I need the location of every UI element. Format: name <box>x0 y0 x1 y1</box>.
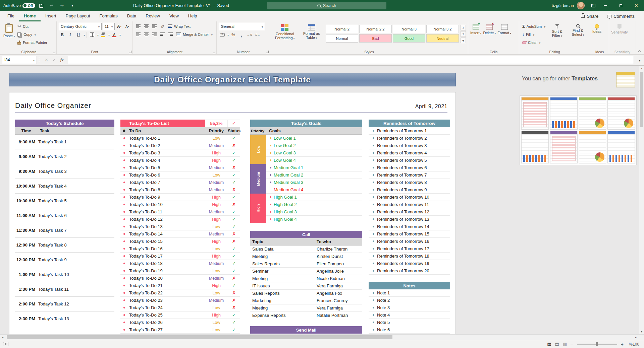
cell-style-option[interactable]: Neutral <box>426 34 459 43</box>
middle-align-button[interactable] <box>143 23 150 30</box>
save-button[interactable] <box>37 0 46 11</box>
user-name[interactable]: özgür bircan <box>552 3 574 8</box>
styles-more-button[interactable] <box>461 38 466 43</box>
restore-button[interactable] <box>613 0 629 11</box>
schedule-row[interactable]: 8:30 AM Today's Task 1 <box>15 135 114 149</box>
fill-color-button[interactable] <box>100 31 107 38</box>
cell-style-option[interactable]: Good <box>393 34 425 43</box>
conditional-formatting-button[interactable]: Conditional Formatting <box>272 23 298 49</box>
bottom-align-button[interactable] <box>151 23 158 30</box>
increase-font-size-button[interactable] <box>116 23 123 30</box>
todo-row[interactable]: Today's To-Do 24 Low ✗ <box>120 304 240 311</box>
reminder-row[interactable]: Reminders of Tomorrow 18 <box>369 253 450 260</box>
avatar[interactable] <box>577 2 585 9</box>
horizontal-scrollbar-thumb[interactable] <box>7 335 392 339</box>
template-thumbnail[interactable] <box>607 97 635 130</box>
cell-style-option[interactable]: Normal 2 <box>326 25 358 33</box>
call-row[interactable]: Seminar Angelina Jolie <box>250 268 362 275</box>
wrap-text-button[interactable]: Wrap Text <box>167 23 192 30</box>
schedule-row[interactable]: 10:30 AM Today's Task 5 <box>15 194 114 208</box>
zoom-slider-thumb[interactable] <box>596 342 598 346</box>
page-layout-view-button[interactable] <box>555 342 559 347</box>
comma-style-button[interactable] <box>238 31 245 38</box>
todo-row[interactable]: Today's To-Do 12 High ✓ <box>120 216 240 223</box>
reminder-row[interactable]: Reminders of Tomorrow 2 <box>369 135 450 142</box>
note-row[interactable]: Note 6 <box>369 326 450 334</box>
schedule-row[interactable]: 11:00 AM Today's Task 6 <box>15 208 114 223</box>
template-thumbnail[interactable] <box>579 97 606 130</box>
template-thumbnail[interactable] <box>521 131 549 163</box>
share-button[interactable]: Share <box>577 11 602 21</box>
bold-button[interactable] <box>59 31 66 38</box>
schedule-row[interactable]: 9:30 AM Today's Task 3 <box>15 164 114 179</box>
fill-button[interactable]: Fill <box>521 31 546 38</box>
goal-row[interactable]: High Goal 3 <box>266 208 362 216</box>
goal-row[interactable]: Medium Goal 1 <box>266 164 362 171</box>
todo-row[interactable]: Today's To-Do 25 High ✓ <box>120 311 240 319</box>
align-left-button[interactable] <box>135 31 142 38</box>
ideas-button[interactable]: Ideas <box>592 23 601 49</box>
cell-style-option[interactable]: Normal 2 2 <box>359 25 392 33</box>
font-family-select[interactable]: Century Gothic <box>59 23 102 30</box>
merge-and-center-button[interactable]: Merge & Center <box>175 31 214 38</box>
note-row[interactable]: Note 3 <box>369 304 450 311</box>
ribbon-tab[interactable]: Data <box>122 11 141 21</box>
todo-row[interactable]: Today's To-Do 6 Low ✓ <box>120 171 240 179</box>
note-row[interactable]: Note 2 <box>369 297 450 304</box>
todo-row[interactable]: Today's To-Do 3 High ✓ <box>120 149 240 157</box>
call-row[interactable]: IT Issues Vera Farmiga <box>250 282 362 290</box>
reminder-row[interactable]: Reminders of Tomorrow 15 <box>369 230 450 238</box>
goal-row[interactable]: High Goal 1 <box>266 194 362 201</box>
name-box[interactable]: I84 <box>2 56 37 64</box>
reminder-row[interactable]: Reminders of Tomorrow 16 <box>369 238 450 245</box>
dropdown-arrow-icon[interactable] <box>119 32 121 37</box>
format-cells-button[interactable]: Format <box>497 23 511 49</box>
schedule-row[interactable]: 12:30 PM Today's Task 9 <box>15 253 114 267</box>
todo-row[interactable]: Today's To-Do 13 Low ✓ <box>120 223 240 230</box>
percent-style-button[interactable] <box>230 31 237 38</box>
worksheet-area[interactable]: Daily Office Organizer Excel Template Yo… <box>0 66 639 334</box>
search-box[interactable]: Search <box>267 2 386 9</box>
reminder-row[interactable]: Reminders of Tomorrow 6 <box>369 164 450 171</box>
minimize-button[interactable] <box>598 0 613 11</box>
dropdown-arrow-icon[interactable] <box>97 32 99 37</box>
autosave-switch[interactable]: Off <box>22 3 35 8</box>
font-size-select[interactable]: 11 <box>103 23 115 30</box>
number-format-select[interactable]: General <box>219 23 265 30</box>
ribbon-tab[interactable]: File <box>3 11 19 21</box>
todo-row[interactable]: Today's To-Do 5 Medium ✗ <box>120 164 240 171</box>
call-row[interactable]: Meeting Vera Farmiga <box>250 304 362 312</box>
schedule-row[interactable]: 11:30 AM Today's Task 7 <box>15 223 114 238</box>
cell-style-option[interactable]: Normal 3 2 <box>426 25 459 33</box>
goal-row[interactable]: Medium Goal 4 <box>266 186 362 194</box>
decrease-indent-button[interactable] <box>159 31 166 38</box>
format-painter-button[interactable]: Format Painter <box>16 39 48 46</box>
scroll-down-arrow-icon[interactable] <box>639 329 644 334</box>
template-thumbnail[interactable] <box>607 131 635 163</box>
copy-button[interactable]: Copy <box>16 31 48 38</box>
todo-row[interactable]: Today's To-Do 27 Low ✓ <box>120 326 240 334</box>
call-row[interactable]: Marketing Frances Conroy <box>250 297 362 304</box>
schedule-row[interactable]: 10:00 AM Today's Task 4 <box>15 179 114 194</box>
styles-scroll-up-button[interactable]: ▴ <box>461 25 466 30</box>
normal-view-button[interactable] <box>547 342 551 347</box>
reminder-row[interactable]: Reminders of Tomorrow 3 <box>369 142 450 149</box>
todo-row[interactable]: Today's To-Do 10 High ✗ <box>120 201 240 208</box>
todo-row[interactable]: Today's To-Do 1 Low ✓ <box>120 135 240 142</box>
todo-row[interactable]: Today's To-Do 16 Low ✓ <box>120 245 240 253</box>
reminder-row[interactable]: Reminders of Tomorrow 1 <box>369 127 450 135</box>
scroll-right-arrow-icon[interactable] <box>633 335 639 340</box>
insert-cells-button[interactable]: Insert <box>470 23 482 49</box>
autosum-button[interactable]: AutoSum <box>521 23 546 30</box>
reminder-row[interactable]: Reminders of Tomorrow 20 <box>369 267 450 275</box>
note-row[interactable]: Note 4 <box>369 311 450 319</box>
goal-row[interactable]: High Goal 4 <box>266 216 362 223</box>
todo-row[interactable]: Today's To-Do 22 Low ✗ <box>120 289 240 297</box>
template-thumbnail[interactable] <box>550 131 578 163</box>
vertical-scrollbar[interactable] <box>639 66 644 334</box>
goal-row[interactable]: Medium Goal 3 <box>266 179 362 186</box>
reminder-row[interactable]: Reminders of Tomorrow 9 <box>369 186 450 194</box>
todo-row[interactable]: Today's To-Do 18 Medium ✓ <box>120 260 240 267</box>
cell-style-option[interactable]: Bad <box>359 34 392 43</box>
schedule-row[interactable]: 1:00 PM Today's Task 10 <box>15 267 114 282</box>
